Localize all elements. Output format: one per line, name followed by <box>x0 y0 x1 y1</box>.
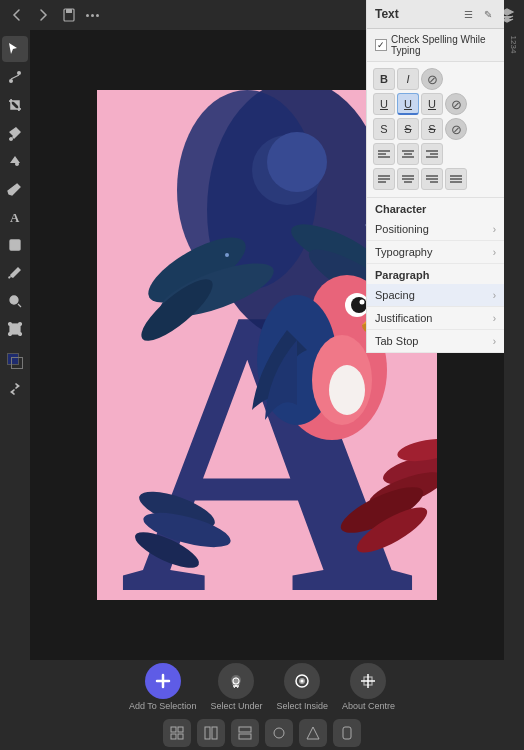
spell-check-row[interactable]: ✓ Check Spelling While Typing <box>367 29 504 62</box>
svg-point-14 <box>9 333 12 336</box>
tab-stop-label: Tab Stop <box>375 335 418 347</box>
spacing-item[interactable]: Spacing › <box>367 284 504 307</box>
tool-color-fill[interactable] <box>2 348 28 374</box>
svg-rect-79 <box>171 734 176 739</box>
right-sidebar: 1234 <box>504 30 524 690</box>
svg-point-7 <box>17 71 21 75</box>
svg-rect-81 <box>205 727 210 739</box>
character-section-header: Character <box>367 198 504 218</box>
underline-variant-button[interactable]: U <box>421 93 443 115</box>
tab-stop-item[interactable]: Tab Stop › <box>367 330 504 353</box>
tool-pen[interactable] <box>2 176 28 202</box>
bottom-toolbar: Add To Selection Select Under Select Ins… <box>0 660 524 750</box>
text-panel: Text ☰ ✎ ✓ Check Spelling While Typing B… <box>366 0 504 353</box>
svg-point-13 <box>19 323 22 326</box>
select-under-icon <box>218 663 254 699</box>
forward-icon[interactable] <box>34 6 52 24</box>
panel-menu-icon[interactable]: ☰ <box>460 6 476 22</box>
no-strikethrough-button[interactable]: ⊘ <box>445 118 467 140</box>
tool-eyedrop[interactable] <box>2 260 28 286</box>
svg-rect-80 <box>178 734 183 739</box>
strikethrough-button[interactable]: S <box>373 118 395 140</box>
more-options[interactable] <box>86 14 99 17</box>
align-center-button[interactable] <box>397 143 419 165</box>
select-inside-label: Select Inside <box>276 701 328 711</box>
svg-rect-78 <box>178 727 183 732</box>
no-style-button[interactable]: ⊘ <box>421 68 443 90</box>
justification-item[interactable]: Justification › <box>367 307 504 330</box>
align-justify-left-button[interactable] <box>373 168 395 190</box>
positioning-item[interactable]: Positioning › <box>367 218 504 241</box>
align-right-button[interactable] <box>421 143 443 165</box>
strikethrough-row: S S S ⊘ <box>373 118 498 140</box>
add-to-selection-button[interactable]: Add To Selection <box>129 663 196 711</box>
select-inside-button[interactable]: Select Inside <box>276 663 328 711</box>
tool-node[interactable] <box>2 64 28 90</box>
about-centre-button[interactable]: About Centre <box>342 663 395 711</box>
svg-point-12 <box>9 323 12 326</box>
bold-italic-row: B I ⊘ <box>373 68 498 90</box>
strikethrough-v2-button[interactable]: S <box>397 118 419 140</box>
svg-point-32 <box>351 297 367 313</box>
svg-point-10 <box>10 296 18 304</box>
svg-rect-9 <box>10 240 20 250</box>
left-toolbar: A <box>0 30 30 690</box>
svg-point-20 <box>267 132 327 192</box>
tool-fill[interactable] <box>2 148 28 174</box>
back-icon[interactable] <box>8 6 26 24</box>
italic-button[interactable]: I <box>397 68 419 90</box>
align-justify-full-button[interactable] <box>445 168 467 190</box>
tool-shapes[interactable] <box>2 232 28 258</box>
tool-brush[interactable] <box>2 120 28 146</box>
select-under-label: Select Under <box>210 701 262 711</box>
panel-header-icons: ☰ ✎ <box>460 6 496 22</box>
underline-button[interactable]: U <box>373 93 395 115</box>
svg-rect-77 <box>171 727 176 732</box>
secondary-btn-6[interactable] <box>333 719 361 747</box>
svg-rect-11 <box>10 324 20 334</box>
underline-blue-button[interactable]: U <box>397 93 419 115</box>
underline-row: U U U ⊘ <box>373 93 498 115</box>
tool-transform[interactable] <box>2 316 28 342</box>
secondary-btn-5[interactable] <box>299 719 327 747</box>
svg-marker-86 <box>307 727 319 739</box>
secondary-btn-1[interactable] <box>163 719 191 747</box>
about-centre-label: About Centre <box>342 701 395 711</box>
align-row-1 <box>373 143 498 165</box>
select-inside-icon <box>284 663 320 699</box>
align-left-button[interactable] <box>373 143 395 165</box>
about-centre-icon <box>350 663 386 699</box>
spacing-arrow: › <box>493 290 496 301</box>
svg-point-73 <box>301 680 304 683</box>
secondary-btn-3[interactable] <box>231 719 259 747</box>
select-under-button[interactable]: Select Under <box>210 663 262 711</box>
panel-header: Text ☰ ✎ <box>367 0 504 29</box>
bold-button[interactable]: B <box>373 68 395 90</box>
typography-item[interactable]: Typography › <box>367 241 504 264</box>
secondary-btn-4[interactable] <box>265 719 293 747</box>
no-underline-button[interactable]: ⊘ <box>445 93 467 115</box>
bottom-main-buttons: Add To Selection Select Under Select Ins… <box>129 663 395 711</box>
save-icon[interactable] <box>60 6 78 24</box>
tool-swap[interactable] <box>2 376 28 402</box>
tab-stop-arrow: › <box>493 336 496 347</box>
svg-point-15 <box>19 333 22 336</box>
align-justify-right-button[interactable] <box>421 168 443 190</box>
svg-point-85 <box>274 728 284 738</box>
svg-point-45 <box>225 253 229 257</box>
panel-edit-icon[interactable]: ✎ <box>480 6 496 22</box>
svg-point-33 <box>360 300 365 305</box>
paragraph-section-header: Paragraph <box>367 264 504 284</box>
tool-type[interactable]: A <box>2 204 28 230</box>
tool-zoom[interactable] <box>2 288 28 314</box>
align-justify-center-button[interactable] <box>397 168 419 190</box>
align-row-2 <box>373 168 498 190</box>
spell-check-checkbox[interactable]: ✓ <box>375 39 387 51</box>
tool-arrow[interactable] <box>2 36 28 62</box>
tool-crop[interactable] <box>2 92 28 118</box>
svg-rect-1 <box>66 9 72 13</box>
positioning-arrow: › <box>493 224 496 235</box>
secondary-btn-2[interactable] <box>197 719 225 747</box>
svg-rect-84 <box>239 734 251 739</box>
strikethrough-v3-button[interactable]: S <box>421 118 443 140</box>
